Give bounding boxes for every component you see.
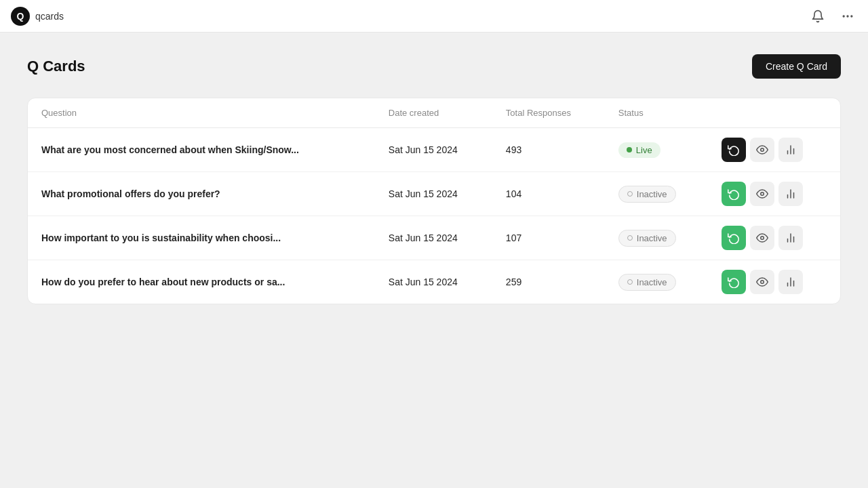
toggle-icon bbox=[728, 232, 740, 244]
col-status: Status bbox=[605, 98, 708, 128]
toggle-icon bbox=[728, 188, 740, 200]
chart-icon bbox=[785, 276, 797, 288]
chart-icon bbox=[785, 144, 797, 156]
toggle-button[interactable] bbox=[722, 226, 746, 250]
status-label: Live bbox=[636, 145, 652, 155]
eye-icon bbox=[756, 276, 768, 288]
cell-date: Sat Jun 15 2024 bbox=[375, 128, 492, 172]
status-badge: Inactive bbox=[618, 274, 676, 291]
cell-responses: 259 bbox=[492, 260, 605, 304]
status-badge: Inactive bbox=[618, 230, 676, 247]
action-buttons bbox=[722, 182, 827, 206]
action-buttons bbox=[722, 226, 827, 250]
notifications-button[interactable] bbox=[808, 7, 827, 26]
eye-icon bbox=[756, 144, 768, 156]
cell-status: Inactive bbox=[605, 172, 708, 216]
toggle-icon bbox=[728, 144, 740, 156]
status-label: Inactive bbox=[637, 189, 667, 199]
action-buttons bbox=[722, 138, 827, 162]
cards-table-container: Question Date created Total Responses St… bbox=[27, 98, 841, 304]
table-row: How do you prefer to hear about new prod… bbox=[28, 260, 840, 304]
preview-button[interactable] bbox=[750, 182, 774, 206]
cell-actions bbox=[708, 172, 840, 216]
cell-question: What promotional offers do you prefer? bbox=[28, 172, 375, 216]
top-navigation: Q qcards bbox=[0, 0, 868, 33]
eye-icon bbox=[756, 188, 768, 200]
chart-icon bbox=[785, 188, 797, 200]
app-name: qcards bbox=[35, 11, 64, 22]
cards-table: Question Date created Total Responses St… bbox=[28, 98, 840, 304]
cell-date: Sat Jun 15 2024 bbox=[375, 216, 492, 260]
preview-button[interactable] bbox=[750, 138, 774, 162]
action-buttons bbox=[722, 270, 827, 294]
cell-question: How important to you is sustainability w… bbox=[28, 216, 375, 260]
table-header: Question Date created Total Responses St… bbox=[28, 98, 840, 128]
ellipsis-icon bbox=[841, 9, 854, 23]
more-options-button[interactable] bbox=[838, 7, 857, 26]
status-dot bbox=[627, 279, 633, 285]
toggle-icon bbox=[728, 276, 740, 288]
cell-responses: 104 bbox=[492, 172, 605, 216]
preview-button[interactable] bbox=[750, 226, 774, 250]
toggle-button[interactable] bbox=[722, 138, 746, 162]
cell-question: How do you prefer to hear about new prod… bbox=[28, 260, 375, 304]
table-row: How important to you is sustainability w… bbox=[28, 216, 840, 260]
svg-point-2 bbox=[850, 15, 852, 17]
svg-point-7 bbox=[761, 192, 764, 196]
status-badge: Inactive bbox=[618, 186, 676, 203]
table-row: What are you most concerned about when S… bbox=[28, 128, 840, 172]
status-dot bbox=[627, 235, 633, 241]
analytics-button[interactable] bbox=[778, 182, 803, 206]
chart-icon bbox=[785, 232, 797, 244]
bell-icon bbox=[811, 9, 825, 23]
analytics-button[interactable] bbox=[778, 138, 803, 162]
eye-icon bbox=[756, 232, 768, 244]
cell-actions bbox=[708, 260, 840, 304]
page-header: Q Cards Create Q Card bbox=[27, 54, 841, 79]
svg-point-15 bbox=[761, 281, 764, 284]
status-badge: Live bbox=[618, 142, 660, 158]
svg-point-11 bbox=[761, 237, 764, 240]
page-content: Q Cards Create Q Card Question Date crea… bbox=[0, 33, 868, 326]
col-date: Date created bbox=[375, 98, 492, 128]
nav-brand: Q qcards bbox=[11, 7, 64, 26]
cell-status: Live bbox=[605, 128, 708, 172]
status-dot bbox=[627, 147, 632, 152]
status-label: Inactive bbox=[637, 233, 667, 243]
logo: Q bbox=[11, 7, 30, 26]
cell-actions bbox=[708, 128, 840, 172]
cell-date: Sat Jun 15 2024 bbox=[375, 260, 492, 304]
cell-responses: 493 bbox=[492, 128, 605, 172]
analytics-button[interactable] bbox=[778, 226, 803, 250]
cell-responses: 107 bbox=[492, 216, 605, 260]
analytics-button[interactable] bbox=[778, 270, 803, 294]
cell-question: What are you most concerned about when S… bbox=[28, 128, 375, 172]
cell-date: Sat Jun 15 2024 bbox=[375, 172, 492, 216]
status-label: Inactive bbox=[637, 277, 667, 287]
svg-point-1 bbox=[846, 15, 848, 17]
svg-point-3 bbox=[761, 148, 764, 152]
toggle-button[interactable] bbox=[722, 182, 746, 206]
cell-status: Inactive bbox=[605, 216, 708, 260]
cell-status: Inactive bbox=[605, 260, 708, 304]
svg-point-0 bbox=[843, 15, 845, 17]
nav-actions bbox=[808, 7, 857, 26]
toggle-button[interactable] bbox=[722, 270, 746, 294]
create-qcard-button[interactable]: Create Q Card bbox=[752, 54, 841, 79]
cell-actions bbox=[708, 216, 840, 260]
table-body: What are you most concerned about when S… bbox=[28, 128, 840, 304]
status-dot bbox=[627, 191, 633, 197]
table-row: What promotional offers do you prefer?Sa… bbox=[28, 172, 840, 216]
preview-button[interactable] bbox=[750, 270, 774, 294]
page-title: Q Cards bbox=[27, 58, 85, 75]
col-responses: Total Responses bbox=[492, 98, 605, 128]
col-question: Question bbox=[28, 98, 375, 128]
col-actions bbox=[708, 98, 840, 128]
